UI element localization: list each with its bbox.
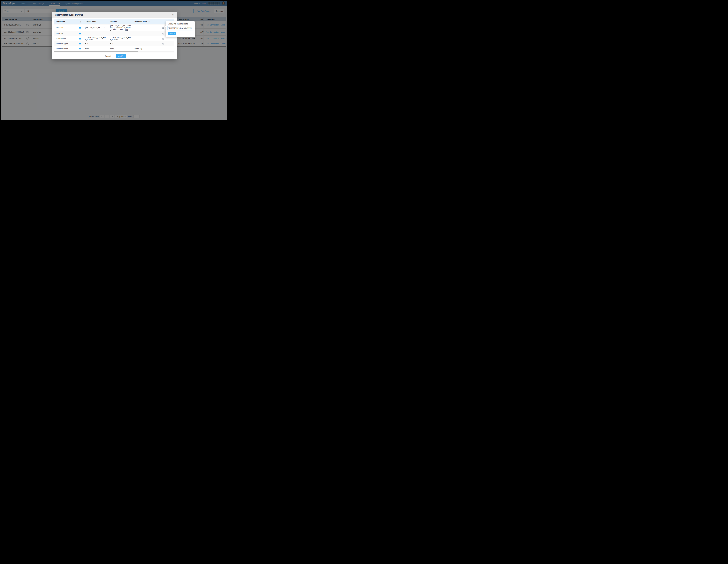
info-icon[interactable]: i	[79, 33, 81, 35]
parameter-value-text: :"TIMESTAMP","key":false}]}]}]}]	[168, 27, 191, 29]
edit-icon[interactable]	[162, 27, 164, 29]
popover-label: Modify the parameters to:	[168, 23, 193, 25]
param-current-value: [{"db":"cc_virtual_db","...	[85, 27, 103, 29]
param-default-value: HTTP	[110, 47, 114, 49]
parameter-value-input[interactable]: :"TIMESTAMP","key":false}]}]}]}]	[168, 26, 193, 30]
filter-funnel-icon[interactable]	[148, 21, 150, 23]
info-icon[interactable]: i	[79, 27, 81, 29]
col-header-parameter: Parameter	[54, 19, 83, 24]
param-current-value: CLOUDCANAL_JSON_FOR_TUNNEL	[85, 37, 106, 41]
col-header-defaults: Defaults	[108, 19, 133, 24]
param-current-value: HOST	[85, 43, 89, 45]
modify-button[interactable]: Modify	[116, 54, 126, 58]
param-default-value: HOST	[110, 43, 114, 45]
close-icon[interactable]: ×	[172, 13, 174, 16]
info-icon[interactable]: i	[79, 38, 81, 40]
param-name: tunnelSrcType	[56, 43, 68, 45]
modal-title: Modify DataSource Params	[55, 14, 83, 16]
param-name: dbsJson	[56, 27, 63, 29]
app-window: BladePipe DataJob Sync Settings DataSour…	[1, 1, 227, 120]
info-icon[interactable]: i	[79, 48, 81, 49]
params-table: Parameter Current Value Defaults Modifie…	[54, 19, 174, 52]
param-current-value: -	[85, 33, 85, 35]
params-table-scrollbar-thumb[interactable]	[54, 51, 138, 52]
info-icon[interactable]: i	[79, 43, 81, 45]
col-header-modified-value: Modified Value	[133, 19, 170, 24]
param-modified-value: ReadOnly	[135, 47, 142, 49]
param-row-tunnelSrcType: tunnelSrcTypei HOST HOST	[54, 41, 174, 46]
text-cursor	[192, 27, 192, 29]
modal-footer: Cancel Modify	[54, 54, 174, 58]
expand-caret-icon[interactable]: ▼	[104, 27, 105, 28]
cancel-button[interactable]: Cancel	[103, 54, 113, 58]
modal-body: Parameter Current Value Defaults Modifie…	[52, 18, 177, 58]
param-row-tunnelProtocol: tunnelProtocoli HTTP HTTP ReadOnly	[54, 46, 174, 51]
param-default-value: [{"db":"cc_virtual_db","schemas":[{"sche…	[110, 25, 131, 31]
params-table-header: Parameter Current Value Defaults Modifie…	[54, 19, 174, 24]
modify-params-modal: Modify DataSource Params × Parameter Cur…	[52, 12, 177, 59]
submit-button[interactable]: Submit	[168, 32, 176, 35]
param-name: tunnelProtocol	[56, 47, 68, 49]
param-row-uriPrefix: uriPrefixi -	[54, 31, 174, 36]
edit-icon[interactable]	[162, 38, 164, 40]
param-current-value: HTTP	[85, 47, 89, 49]
screen-frame: BladePipe DataJob Sync Settings DataSour…	[0, 0, 228, 121]
param-default-value: CLOUDCANAL_JSON_FOR_TUNNEL	[110, 37, 131, 41]
param-name: valueFormat	[56, 38, 66, 40]
sort-icon[interactable]	[80, 21, 81, 23]
param-row-dbsJson: dbsJsoni [{"db":"cc_virtual_db","...▼ [{…	[54, 24, 174, 31]
modal-header: Modify DataSource Params ×	[52, 12, 177, 18]
edit-icon[interactable]	[162, 32, 164, 35]
params-table-scrollbar	[54, 51, 174, 52]
param-row-valueFormat: valueFormati CLOUDCANAL_JSON_FOR_TUNNEL …	[54, 36, 174, 41]
modify-value-popover: Modify the parameters to: :"TIMESTAMP","…	[166, 21, 195, 37]
param-name: uriPrefix	[56, 33, 63, 35]
edit-icon[interactable]	[162, 43, 164, 45]
col-header-current-value: Current Value	[83, 19, 108, 24]
